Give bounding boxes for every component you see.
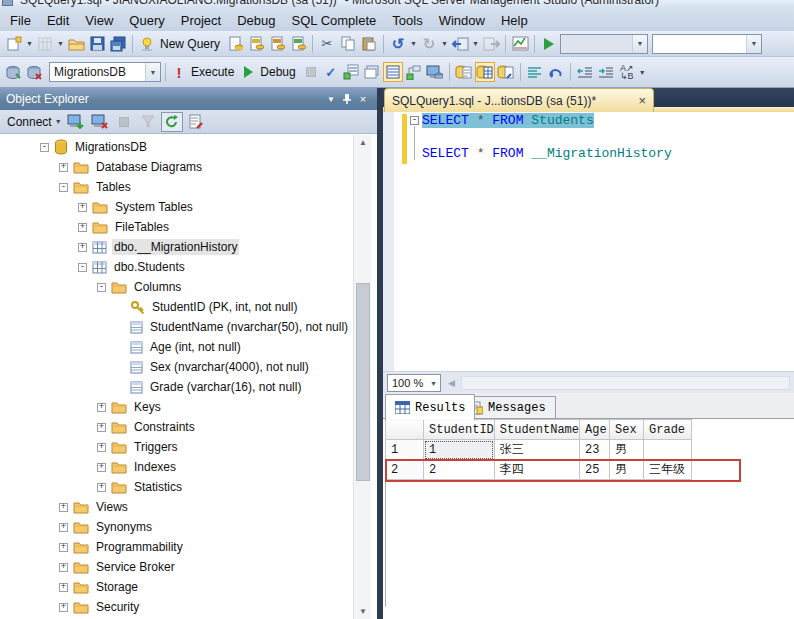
navigate-back-dropdown[interactable]: ▼	[471, 34, 480, 54]
refresh-icon[interactable]	[161, 112, 183, 132]
menu-edit[interactable]: Edit	[39, 10, 77, 31]
grid-cell[interactable]: 李四	[494, 460, 579, 480]
code-line-1[interactable]: SELECT * FROM Students	[422, 113, 672, 130]
grid-cell[interactable]: 23	[580, 440, 610, 460]
tree-item-migrationsdb[interactable]: -MigrationsDB	[0, 137, 353, 157]
paste-icon[interactable]	[359, 34, 379, 54]
expand-box[interactable]: +	[97, 423, 106, 432]
tree-item-filetables[interactable]: +FileTables	[0, 217, 353, 237]
menu-sql-complete[interactable]: SQL Complete	[284, 10, 385, 31]
open-file-icon[interactable]	[66, 34, 86, 54]
row-number-cell[interactable]: 1	[386, 440, 424, 460]
tree-item-constraints[interactable]: +Constraints	[0, 417, 353, 437]
expand-box[interactable]: +	[78, 203, 87, 212]
expand-box[interactable]: +	[59, 163, 68, 172]
code-line-2[interactable]	[422, 130, 672, 147]
expand-box[interactable]: +	[97, 403, 106, 412]
tree-item-keys[interactable]: +Keys	[0, 397, 353, 417]
start-icon[interactable]	[539, 34, 559, 54]
close-icon[interactable]: ×	[355, 91, 371, 107]
new-query-icon[interactable]	[137, 34, 157, 54]
scroll-down-icon[interactable]: ▼	[354, 604, 372, 619]
cut-icon[interactable]: ✂	[317, 34, 337, 54]
increase-indent-icon[interactable]	[596, 62, 616, 82]
navigate-back-icon[interactable]	[450, 34, 470, 54]
expand-box[interactable]: +	[78, 223, 87, 232]
grid-cell[interactable]	[644, 440, 692, 460]
menu-view[interactable]: View	[77, 10, 121, 31]
save-all-icon[interactable]	[108, 34, 128, 54]
code-text[interactable]: SELECT * FROM StudentsSELECT * FROM __Mi…	[422, 113, 672, 163]
collapse-box[interactable]: -	[59, 183, 68, 192]
object-explorer-header[interactable]: Object Explorer ▼ ×	[0, 88, 377, 110]
expand-box[interactable]: +	[78, 243, 87, 252]
menu-query[interactable]: Query	[121, 10, 172, 31]
debug-label[interactable]: Debug	[260, 65, 295, 79]
stop-icon[interactable]	[301, 62, 321, 82]
grid-cell[interactable]: 男	[610, 440, 644, 460]
database-engine-query-icon[interactable]	[225, 34, 245, 54]
menu-debug[interactable]: Debug	[229, 10, 283, 31]
tree-item-synonyms[interactable]: +Synonyms	[0, 517, 353, 537]
tree-item-programmability[interactable]: +Programmability	[0, 537, 353, 557]
scroll-up-icon[interactable]: ▲	[354, 135, 372, 150]
specify-values-icon[interactable]	[404, 62, 424, 82]
expand-box[interactable]: +	[59, 563, 68, 572]
tree-item-storage[interactable]: +Storage	[0, 577, 353, 597]
design-query-icon[interactable]	[425, 62, 445, 82]
tree-item-studentid-pk-int-not-null-[interactable]: +StudentID (PK, int, not null)	[0, 297, 353, 317]
script-icon[interactable]	[185, 112, 207, 132]
tree-item-dbo-migrationhistory[interactable]: +dbo.__MigrationHistory	[0, 237, 353, 257]
tree-scrollbar[interactable]: ▲ ▼	[353, 135, 371, 619]
grid-cell[interactable]: 2	[424, 460, 495, 480]
tree-item-indexes[interactable]: +Indexes	[0, 457, 353, 477]
tab-results[interactable]: Results	[385, 394, 475, 420]
results-to-grid-icon[interactable]	[475, 62, 495, 82]
add-item-icon[interactable]	[35, 34, 55, 54]
column-header-studentname[interactable]: StudentName	[494, 420, 579, 440]
grid-cell[interactable]: 25	[580, 460, 610, 480]
new-query-label[interactable]: New Query	[160, 37, 220, 51]
collapse-box[interactable]: -	[97, 283, 106, 292]
grid-cell[interactable]: 1	[424, 440, 495, 460]
tree-item-studentname-nvarchar-50-not-null-[interactable]: +StudentName (nvarchar(50), not null)	[0, 317, 353, 337]
tree-item-database-diagrams[interactable]: +Database Diagrams	[0, 157, 353, 177]
sql-disconnect-icon[interactable]	[24, 62, 44, 82]
expand-box[interactable]: +	[97, 463, 106, 472]
redo-dropdown[interactable]: ▼	[440, 34, 449, 54]
add-item-dropdown[interactable]: ▼	[56, 34, 65, 54]
collapse-box[interactable]: -	[40, 143, 49, 152]
activity-monitor-icon[interactable]	[510, 34, 530, 54]
row-number-cell[interactable]: 2	[386, 460, 424, 480]
expand-box[interactable]: +	[59, 583, 68, 592]
connect-label[interactable]: Connect	[7, 115, 52, 129]
toolbar-combobox-2[interactable]: ▼	[652, 34, 762, 54]
tree-item-system-tables[interactable]: +System Tables	[0, 197, 353, 217]
fold-collapse-box[interactable]: -	[410, 116, 419, 125]
analyze-query-icon[interactable]	[341, 62, 361, 82]
execute-label[interactable]: Execute	[191, 65, 234, 79]
tree-item-age-int-not-null-[interactable]: +Age (int, not null)	[0, 337, 353, 357]
expand-box[interactable]: +	[59, 523, 68, 532]
tree-item-sex-nvarchar-4000-not-null-[interactable]: +Sex (nvarchar(4000), not null)	[0, 357, 353, 377]
query-options-icon[interactable]	[362, 62, 382, 82]
new-item-dropdown[interactable]: ▼	[25, 34, 34, 54]
window-position-icon[interactable]: ▼	[323, 91, 339, 107]
expand-box[interactable]: +	[97, 483, 106, 492]
expand-box[interactable]: +	[59, 543, 68, 552]
collapse-box[interactable]: -	[78, 263, 87, 272]
execute-icon[interactable]: !	[170, 62, 188, 82]
results-pane-toggle-icon[interactable]	[383, 62, 403, 82]
pin-icon[interactable]	[339, 91, 355, 107]
results-to-text-icon[interactable]	[454, 62, 474, 82]
tree-item-grade-varchar-16-not-null-[interactable]: +Grade (varchar(16), not null)	[0, 377, 353, 397]
grid-corner-header[interactable]	[386, 420, 424, 440]
code-line-3[interactable]: SELECT * FROM __MigrationHistory	[422, 146, 672, 163]
toolbar-combobox-1[interactable]: ▼	[560, 34, 648, 54]
mdx-query-icon[interactable]	[246, 34, 266, 54]
grid-cell[interactable]: 三年级	[644, 460, 692, 480]
dmx-query-icon[interactable]	[267, 34, 287, 54]
expand-box[interactable]: +	[97, 443, 106, 452]
uncomment-icon[interactable]	[546, 62, 566, 82]
scroll-left-icon[interactable]: ◀	[445, 374, 458, 392]
